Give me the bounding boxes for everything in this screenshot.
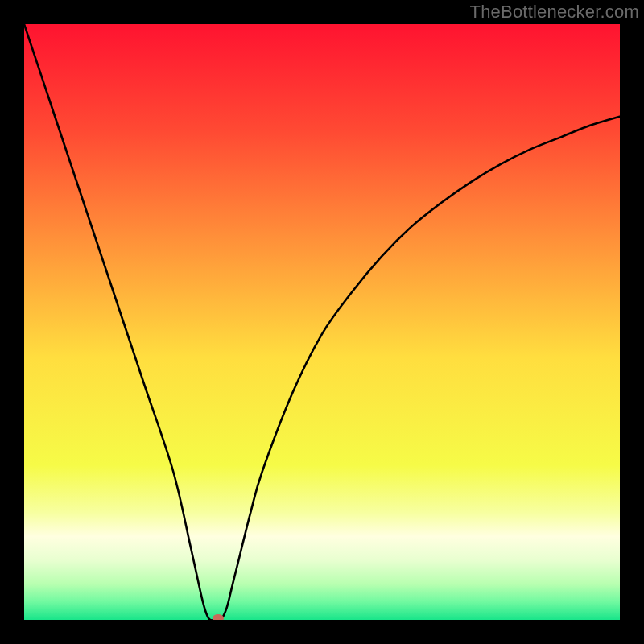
curve-layer: [24, 24, 620, 620]
optimal-marker: [213, 614, 224, 620]
attribution-text: TheBottlenecker.com: [470, 2, 639, 23]
plot-area: [24, 24, 620, 620]
chart-frame: TheBottlenecker.com: [0, 0, 644, 644]
bottleneck-curve: [24, 24, 620, 620]
